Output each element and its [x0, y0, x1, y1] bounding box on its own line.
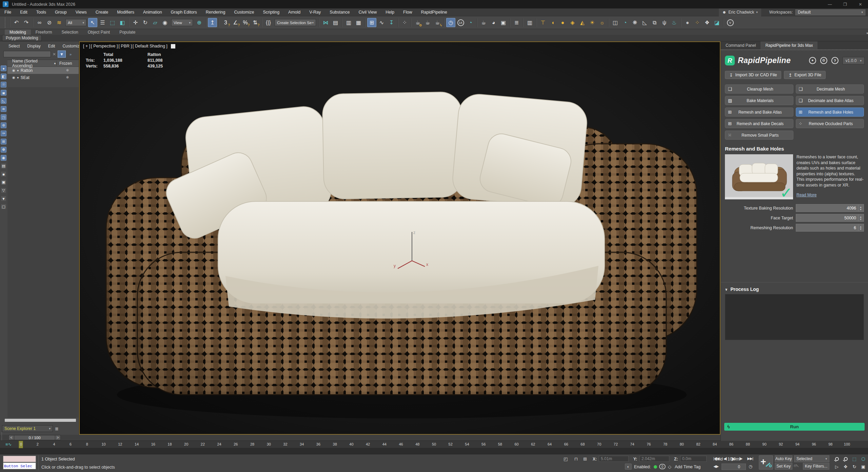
ribbon-overflow-icon[interactable]: ▾	[866, 32, 868, 35]
process-log-header[interactable]: ∨ Process Log	[725, 287, 759, 292]
maxscript-mini-listener-white[interactable]: Button Selec	[3, 463, 36, 469]
mini-curve-editor-icon[interactable]: ≡∿	[5, 442, 12, 447]
z-coordinate-field[interactable]: 0.0m	[680, 456, 707, 462]
angle-snap-icon[interactable]: ∠?	[231, 18, 240, 27]
camera-sequencer-icon[interactable]: ▥	[525, 18, 534, 27]
texture-baking-resolution-field[interactable]: 4096▲▼	[796, 204, 864, 212]
display-frozen-objects-icon[interactable]: ⊞	[1, 139, 6, 144]
menu-edit[interactable]: Edit	[16, 8, 32, 16]
maximize-viewport-icon[interactable]: ▣	[859, 463, 867, 470]
display-space-warps-icon[interactable]: ≋	[1, 106, 6, 112]
reference-coordinate-dropdown[interactable]: View▾	[171, 19, 193, 26]
track-bar[interactable]: ≡∿ 0246810121416182022242628303234363840…	[0, 441, 868, 448]
spinner-up-icon[interactable]: ▲	[860, 216, 862, 218]
go-to-start-button[interactable]: |◀◀	[713, 456, 719, 461]
spinner-up-icon[interactable]: ▲	[860, 206, 862, 208]
object-row-seat[interactable]: ◉●SEat❄	[7, 74, 79, 81]
spinner-down-icon[interactable]: ▼	[860, 208, 862, 211]
display-hidden-objects-icon[interactable]: ◉	[1, 155, 6, 161]
unlink-selection-icon[interactable]: ⊘	[45, 18, 54, 27]
viewport-renderer-menu[interactable]: [ PBR ]	[118, 44, 132, 48]
menu-rapidpipeline[interactable]: RapidPipeline	[416, 8, 451, 16]
zoom-extents-all-icon[interactable]: ⬡	[859, 455, 867, 463]
geometry-sphere-icon[interactable]: ◔	[620, 18, 630, 27]
go-to-end-button[interactable]: ▶▶|	[747, 456, 753, 461]
menu-animation[interactable]: Animation	[139, 8, 166, 16]
filter-icon[interactable]: ▽	[1, 188, 6, 193]
menu-modifiers[interactable]: Modifiers	[113, 8, 139, 16]
import-3d-button[interactable]: ↧ Import 3D or CAD File	[725, 71, 781, 79]
explorer-menu-display[interactable]: Display	[24, 44, 43, 48]
spinner-arrows-icon[interactable]: ▲▼	[858, 215, 863, 221]
restore-button[interactable]: ❐	[837, 0, 853, 8]
select-and-manipulate-icon[interactable]: ↥	[208, 18, 217, 27]
align-icon[interactable]: ▤	[331, 18, 340, 27]
display-containers-icon[interactable]: ⊛	[1, 122, 6, 128]
bind-to-space-warp-icon[interactable]: ≋	[55, 18, 64, 27]
overflow-chevrons-icon[interactable]: »	[70, 52, 72, 56]
scene-explorer-selector-dropdown[interactable]: Scene Explorer 1 ▾	[2, 425, 53, 432]
advanced-filter-icon[interactable]: ▼	[1, 196, 6, 201]
select-object-icon[interactable]: ↖	[88, 18, 97, 27]
spinner-arrows-icon[interactable]: ▲▼	[858, 224, 863, 231]
frame-number-field[interactable]: 0 ⇅	[722, 464, 746, 470]
cleanup-mesh-button[interactable]: ❑Cleanup Mesh	[725, 84, 793, 94]
remesh-and-bake-decals-button[interactable]: ⊞Remesh and Bake Decals	[725, 119, 793, 128]
slate-material-editor-icon[interactable]: ▣	[499, 18, 508, 27]
workspace-dropdown[interactable]: Default ▾	[795, 9, 866, 16]
explorer-menu-select[interactable]: Select	[5, 44, 23, 48]
select-and-move-icon[interactable]: ✛	[131, 18, 140, 27]
use-pivot-point-center-icon[interactable]: ⊕	[195, 18, 204, 27]
toolbar-drag-handle[interactable]	[5, 18, 6, 28]
dope-sheet-icon[interactable]: ∿	[377, 18, 386, 27]
user-account-menu[interactable]: ☻ Eric Chadwick ▾	[719, 8, 761, 16]
selection-filter-icon[interactable]: ▼	[58, 51, 66, 58]
toggle-scene-explorer-icon[interactable]: ▦	[354, 18, 363, 27]
slate-icon[interactable]: ◪	[712, 18, 722, 27]
next-frame-button[interactable]: >	[55, 435, 61, 440]
minimize-button[interactable]: —	[822, 0, 837, 8]
mirror-icon[interactable]: ⋈	[321, 18, 330, 27]
key-filters-button[interactable]: Key Filters...	[803, 463, 829, 470]
select-and-rotate-icon[interactable]: ↻	[141, 18, 150, 27]
zoom-region-icon[interactable]: ▷	[833, 463, 841, 470]
current-frame-display[interactable]: 0 / 100	[14, 435, 55, 440]
zoom-all-icon[interactable]	[842, 455, 850, 463]
daylight-icon[interactable]: ☼	[597, 18, 607, 27]
vray-logo-icon[interactable]: V	[726, 18, 735, 27]
key-selection-dropdown[interactable]: Selected ▾	[794, 455, 829, 462]
menu-substance[interactable]: Substance	[325, 8, 354, 16]
maxscript-mini-listener-pink[interactable]	[3, 456, 36, 462]
snaps-toggle-icon[interactable]: 3?	[221, 18, 230, 27]
column-name-header[interactable]: Name (Sorted Ascending) ▲	[7, 59, 56, 68]
ribbon-tab-modeling[interactable]: Modeling	[5, 29, 31, 35]
menu-v-ray[interactable]: V-Ray	[305, 8, 325, 16]
remesh-and-bake-holes-button[interactable]: ⊞Remesh and Bake Holes	[796, 107, 864, 117]
display-cameras-icon[interactable]: ◙	[1, 90, 6, 96]
rendered-frame-window-icon[interactable]: ☕	[423, 18, 432, 27]
tab-command-panel[interactable]: Command Panel	[721, 41, 761, 49]
display-shapes-icon[interactable]: ◧	[1, 74, 6, 79]
new-container-icon[interactable]: ▢	[1, 204, 6, 210]
material-sphere-icon[interactable]: ●	[683, 18, 692, 27]
display-geometry-icon[interactable]: ●	[1, 65, 6, 71]
display-xrefs-icon[interactable]: ❆	[1, 147, 6, 153]
undo-icon[interactable]: ↶	[12, 18, 21, 27]
isolate-selection-icon[interactable]: ◰	[564, 456, 568, 461]
named-selection-set-dropdown[interactable]: Create Selection Se▾	[275, 19, 316, 26]
layers-icon[interactable]: ≣	[55, 426, 59, 431]
viewport-pov-menu[interactable]: [ + ]	[83, 44, 90, 48]
menu-flow[interactable]: Flow	[399, 8, 416, 16]
column-frozen-header[interactable]: Frozen	[56, 61, 79, 66]
camera-target-icon[interactable]: ◺	[640, 18, 649, 27]
time-slider-handle[interactable]: < 0 / 100 >	[8, 435, 61, 440]
auto-key-button[interactable]: Auto Key	[775, 455, 792, 462]
remove-small-parts-button[interactable]: ⁙Remove Small Parts	[725, 131, 793, 140]
spinner-arrows-icon[interactable]: ▲▼	[858, 205, 863, 211]
selection-lock-icon[interactable]: ⊓	[574, 456, 578, 461]
remeshing-resolution-field[interactable]: 6▲▼	[796, 224, 864, 232]
absolute-mode-icon[interactable]: ⊞	[583, 456, 587, 461]
menu-create[interactable]: Create	[91, 8, 113, 16]
next-frame-button[interactable]: |▶	[739, 456, 742, 461]
menu-scripting[interactable]: Scripting	[258, 8, 284, 16]
